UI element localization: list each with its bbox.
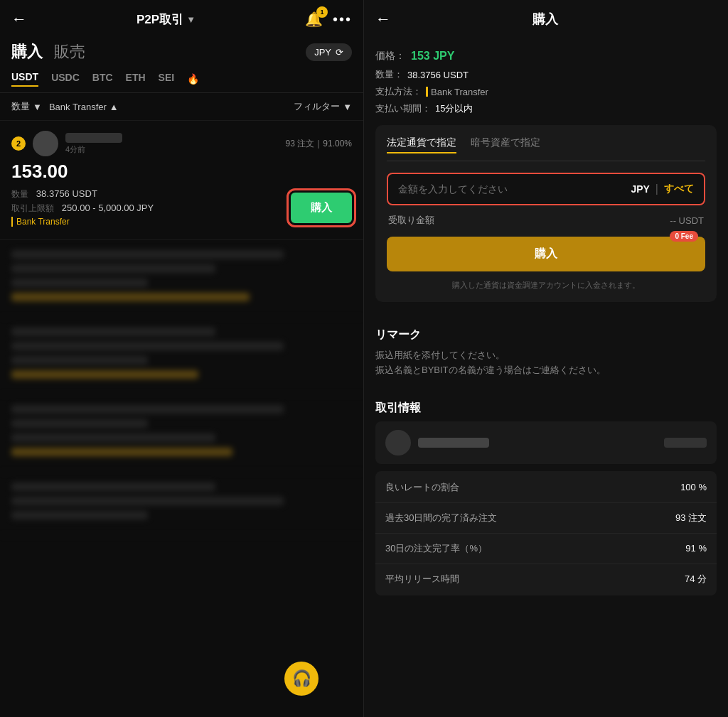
filter-button[interactable]: フィルター ▼: [294, 100, 352, 113]
limit-detail-value: 250.00 - 5,000.00 JPY: [62, 203, 154, 213]
payment-label: 支払方法：: [375, 85, 422, 98]
tab-usdt[interactable]: USDT: [11, 71, 38, 87]
support-button[interactable]: 🎧: [284, 662, 318, 696]
filter-icon: ▼: [343, 102, 352, 112]
qty-label: 数量: [11, 100, 30, 113]
stats-key-2: 30日の注文完了率（%）: [385, 542, 487, 555]
purchase-button[interactable]: 購入: [387, 237, 705, 271]
payment-info-row: 支払方法： Bank Transfer: [375, 85, 717, 98]
trader-name-bar: [418, 438, 489, 448]
stats-key-3: 平均リリース時間: [385, 573, 459, 586]
stats-row-0: 良いレートの割合 100 %: [375, 473, 717, 503]
user-info: 2 4分前: [11, 131, 122, 156]
bank-filter[interactable]: Bank Transfer ▲: [49, 102, 119, 112]
header-icons: 🔔 1 •••: [305, 11, 352, 28]
stats-val-0: 100 %: [680, 482, 707, 492]
back-button-left[interactable]: ←: [11, 10, 27, 28]
tab-crypto[interactable]: 暗号資産で指定: [471, 136, 540, 153]
notification-badge: 1: [316, 6, 328, 18]
bank-transfer-link[interactable]: Bank Transfer: [11, 217, 154, 227]
payment-bar-icon: [426, 87, 428, 97]
qty-detail-label: 数量: [11, 189, 28, 199]
chevron-down-icon[interactable]: ▼: [186, 14, 196, 25]
payment-value: Bank Transfer: [426, 87, 488, 97]
back-button-right[interactable]: ←: [375, 10, 391, 28]
remark-text: 振込用紙を添付してください。 振込名義とBYBITの名義が違う場合はご連絡くださ…: [364, 348, 728, 387]
tab-sell[interactable]: 販売: [54, 41, 85, 63]
price-value: 153 JPY: [411, 50, 454, 63]
qty-detail: 数量 38.3756 USDT: [11, 188, 154, 200]
remark-title: リマーク: [375, 328, 717, 343]
trade-info-section: 良いレートの割合 100 % 過去30日間の完了済み注文 93 注文 30日の注…: [364, 421, 728, 607]
amount-input-wrap[interactable]: JPY | すべて: [387, 173, 705, 205]
blurred-card-1: [0, 240, 363, 318]
tab-sei[interactable]: SEI: [159, 72, 175, 86]
more-options-button[interactable]: •••: [333, 11, 352, 28]
buy-sell-tabs: 購入 販売 JPY ⟳: [0, 38, 363, 68]
right-header: ← 購入: [364, 0, 728, 38]
qty-info-label: 数量：: [375, 68, 403, 81]
refresh-icon: ⟳: [336, 47, 343, 58]
right-panel: ← 購入 価格： 153 JPY 数量： 38.3756 USDT 支払方法： …: [364, 0, 728, 717]
price-info-row: 価格： 153 JPY: [375, 50, 717, 63]
right-title: 購入: [402, 11, 688, 28]
tab-btc[interactable]: BTC: [92, 72, 113, 86]
time-info-row: 支払い期間： 15分以内: [375, 102, 717, 115]
blurred-card-3: [0, 395, 363, 473]
filter-bar: 数量 ▼ Bank Transfer ▲ フィルター ▼: [0, 93, 363, 121]
stats-val-3: 74 分: [685, 573, 707, 586]
filter-label: フィルター: [294, 100, 340, 113]
stats-row-1: 過去30日間の完了済み注文 93 注文: [375, 503, 717, 534]
currency-label: JPY: [314, 47, 331, 58]
trader-avatar: [385, 430, 411, 455]
tab-buy[interactable]: 購入: [11, 41, 43, 63]
page-title-left: P2P取引 ▼: [136, 11, 196, 28]
rank-badge: 2: [11, 136, 26, 151]
tab-fiat[interactable]: 法定通貨で指定: [387, 136, 456, 153]
detail-left: 数量 38.3756 USDT 取引上限額 250.00 - 5,000.00 …: [11, 188, 154, 227]
fee-badge: 0 Fee: [670, 231, 698, 242]
tab-usdc[interactable]: USDC: [51, 72, 80, 86]
trade-tabs: 法定通貨で指定 暗号資産で指定: [387, 136, 705, 161]
bank-label: Bank Transfer: [49, 102, 107, 112]
payment-method: Bank Transfer: [431, 87, 488, 97]
stats-key-1: 過去30日間の完了済み注文: [385, 512, 497, 524]
detail-row: 数量 38.3756 USDT 取引上限額 250.00 - 5,000.00 …: [11, 188, 352, 227]
amount-input[interactable]: [398, 183, 625, 195]
tab-eth[interactable]: ETH: [126, 72, 146, 86]
trader-bar-row: [385, 430, 707, 455]
stats-card: 良いレートの割合 100 % 過去30日間の完了済み注文 93 注文 30日の注…: [375, 471, 717, 595]
stats-row-3: 平均リリース時間 74 分: [375, 564, 717, 594]
time-label: 支払い期間：: [375, 102, 431, 115]
card-header: 2 4分前 93 注文｜91.00%: [11, 131, 352, 156]
currency-selector[interactable]: JPY ⟳: [306, 43, 352, 61]
user-avatar: [33, 131, 58, 156]
right-content: 価格： 153 JPY 数量： 38.3756 USDT 支払方法： Bank …: [364, 38, 728, 313]
left-header: ← P2P取引 ▼ 🔔 1 •••: [0, 0, 363, 38]
time-value: 15分以内: [435, 102, 473, 115]
listing-price: 153.00: [11, 161, 352, 183]
trader-bar: [375, 421, 717, 464]
blurred-card-2: [0, 318, 363, 395]
qty-detail-value: 38.3756 USDT: [36, 188, 97, 199]
user-time: 4分前: [65, 144, 122, 155]
divider: [126, 107, 287, 107]
notification-button[interactable]: 🔔 1: [305, 11, 323, 28]
stats-val-2: 91 %: [685, 543, 707, 554]
receive-label: 受取り金額: [388, 214, 434, 227]
crypto-tabs: USDT USDC BTC ETH SEI 🔥: [0, 68, 363, 93]
qty-filter[interactable]: 数量 ▼: [11, 100, 42, 113]
order-stats: 93 注文｜91.00%: [286, 138, 352, 150]
stats-key-0: 良いレートの割合: [385, 481, 459, 494]
trader-extra-bar: [664, 438, 707, 448]
stats-val-1: 93 注文: [675, 512, 707, 524]
username: [65, 133, 122, 143]
left-panel: ← P2P取引 ▼ 🔔 1 ••• 購入 販売 JPY ⟳ USDT USDC …: [0, 0, 364, 717]
purchase-btn-wrap: 購入 0 Fee: [387, 237, 705, 271]
input-divider: |: [655, 183, 658, 195]
p2p-title: P2P取引: [136, 11, 183, 28]
listing-card: 2 4分前 93 注文｜91.00% 153.00 数量 38.3756 USD…: [0, 121, 363, 240]
buy-button[interactable]: 購入: [291, 193, 352, 223]
limit-detail: 取引上限額 250.00 - 5,000.00 JPY: [11, 203, 154, 215]
all-button[interactable]: すべて: [664, 183, 694, 195]
